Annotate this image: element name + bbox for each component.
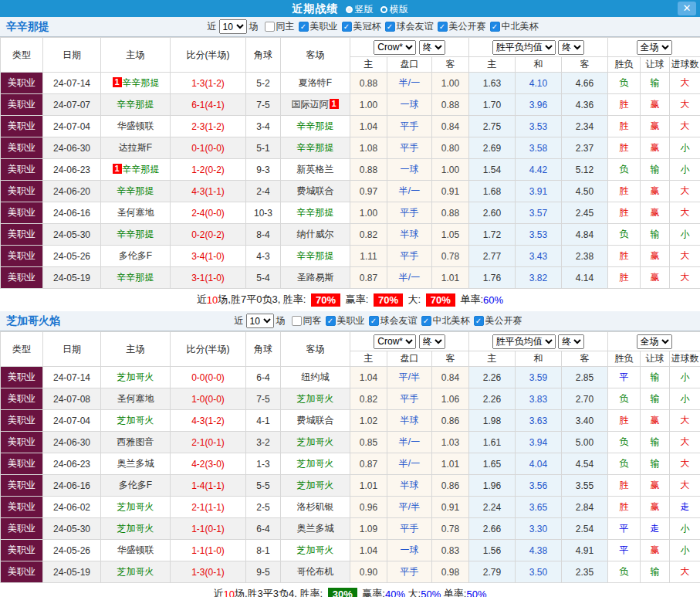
- odds-cell: 半球: [387, 224, 432, 246]
- checkbox-checked-icon[interactable]: ✓: [299, 22, 309, 32]
- league-checkbox[interactable]: ✓球会友谊: [385, 20, 434, 33]
- checkbox-checked-icon[interactable]: ✓: [421, 316, 431, 326]
- result-cell: 输: [641, 73, 670, 94]
- close-button[interactable]: ✕: [678, 2, 696, 15]
- team-name: 芝加哥火: [117, 415, 154, 426]
- section-header-bar: 辛辛那提 近 10 场 同主 ✓美职业✓美冠杯✓球会友谊✓美公开赛✓中北美杯: [0, 17, 700, 37]
- odds-cell: 1.01: [432, 453, 469, 475]
- team-name: 奥兰多城: [117, 458, 154, 469]
- result-cell: 输: [641, 561, 670, 583]
- league-checkbox[interactable]: ✓中北美杯: [421, 314, 470, 327]
- same-venue-label: 同主: [276, 20, 295, 33]
- match-row: 美职业24-06-23奥兰多城4-2(3-0)1-3芝加哥火0.87半/一1.0…: [1, 453, 700, 475]
- league-label: 美公开赛: [449, 20, 486, 33]
- view-option-horizontal[interactable]: 横版: [380, 4, 408, 15]
- odds-cell: 0.82: [350, 224, 387, 246]
- score-cell: 6-1(4-1): [171, 94, 246, 116]
- corner-cell: 8-1: [246, 540, 281, 561]
- team-name: 辛辛那提: [117, 99, 154, 110]
- league-checkbox[interactable]: ✓美公开赛: [474, 314, 522, 327]
- checkbox-checked-icon[interactable]: ✓: [342, 22, 352, 32]
- team-cell: 圣何塞地: [101, 202, 171, 224]
- match-count-select[interactable]: 10: [219, 19, 247, 34]
- avg-cell: 3.82: [516, 267, 562, 289]
- odds-cell: 0.78: [432, 246, 469, 267]
- avg-select[interactable]: 胜平负均值: [492, 40, 556, 55]
- team-cell: 西雅图音: [101, 432, 171, 453]
- league-label: 美冠杯: [353, 20, 381, 33]
- match-row: 美职业24-06-16圣何塞地2-4(0-0)10-3辛辛那提1.00平手0.8…: [1, 202, 700, 224]
- checkbox-unchecked-icon[interactable]: [265, 22, 275, 32]
- match-row: 美职业24-05-26华盛顿联1-1(1-0)8-1芝加哥火1.04一球0.83…: [1, 540, 700, 561]
- matches-table: 类型 日期 主场 比分(半场) 角球 客场 Crow* 终 胜平负均值 终 全场: [0, 37, 700, 289]
- avg-state-select[interactable]: 终: [558, 334, 584, 349]
- col-odds-away: 客: [432, 57, 469, 73]
- league-checkbox[interactable]: ✓球会友谊: [369, 314, 418, 327]
- radio-icon[interactable]: [380, 6, 387, 13]
- col-avg-draw: 和: [516, 57, 562, 73]
- team-name: 圣路易斯: [297, 272, 334, 283]
- bookmaker-select[interactable]: Crow*: [374, 334, 416, 349]
- league-checkbox[interactable]: ✓中北美杯: [490, 20, 539, 33]
- team-cell: 辛辛那提: [281, 116, 350, 137]
- odds-cell: 0.87: [350, 453, 387, 475]
- odds-cell: 0.80: [432, 137, 469, 159]
- odds-cell: 1.08: [350, 137, 387, 159]
- avg-cell: 2.24: [469, 497, 516, 518]
- view-option-vertical[interactable]: 竖版: [346, 4, 374, 15]
- league-checkbox[interactable]: ✓美冠杯: [342, 20, 381, 33]
- radio-selected-icon[interactable]: [346, 6, 353, 13]
- checkbox-checked-icon[interactable]: ✓: [326, 316, 336, 326]
- league-cell: 美职业: [1, 540, 43, 561]
- matches-tbody: 美职业24-07-141辛辛那提1-3(1-2)5-2夏洛特F0.88半/一1.…: [1, 73, 700, 289]
- match-count-select[interactable]: 10: [246, 314, 274, 328]
- team-cell: 达拉斯F: [101, 137, 171, 159]
- score-cell: 0-0(0-0): [171, 367, 246, 388]
- team-cell: 奥兰多城: [281, 518, 350, 540]
- checkbox-checked-icon[interactable]: ✓: [474, 316, 484, 326]
- col-date: 日期: [43, 38, 101, 73]
- match-row: 美职业24-05-19辛辛那提3-1(1-0)5-4圣路易斯0.87半/一1.0…: [1, 267, 700, 289]
- checkbox-checked-icon[interactable]: ✓: [490, 22, 500, 32]
- checkbox-unchecked-icon[interactable]: [292, 316, 302, 326]
- league-label: 球会友谊: [380, 314, 418, 327]
- corner-cell: 8-4: [246, 224, 281, 246]
- odds-state-select[interactable]: 终: [419, 334, 445, 349]
- same-venue-checkbox[interactable]: 同客: [292, 314, 322, 327]
- result-cell: 走: [670, 497, 700, 518]
- checkbox-checked-icon[interactable]: ✓: [369, 316, 379, 326]
- col-corner: 角球: [246, 38, 281, 73]
- odds-cell: 半/一: [387, 181, 432, 202]
- fullmatch-select[interactable]: 全场: [637, 40, 672, 55]
- odds-cell: 0.85: [350, 432, 387, 453]
- league-checkbox[interactable]: ✓美职业: [326, 314, 365, 327]
- avg-cell: 3.59: [516, 367, 562, 388]
- col-avg-home: 主: [469, 57, 516, 73]
- odds-cell: 1.11: [350, 246, 387, 267]
- odds-cell: 半/一: [387, 432, 432, 453]
- same-venue-checkbox[interactable]: 同主: [265, 20, 295, 33]
- date-cell: 24-07-07: [43, 94, 101, 116]
- summary-line: 近10场,胜3平3负4, 胜率: 30% 赢率:40% 大:50% 单率:50%: [0, 583, 700, 597]
- odds-cell: 平手: [387, 518, 432, 540]
- summary-segment: 70%: [426, 293, 455, 307]
- date-cell: 24-06-02: [43, 497, 101, 518]
- result-cell: 赢: [641, 475, 670, 497]
- odds-state-select[interactable]: 终: [419, 40, 445, 55]
- league-checkbox[interactable]: ✓美职业: [299, 20, 338, 33]
- corner-cell: 3-4: [246, 116, 281, 137]
- avg-select[interactable]: 胜平负均值: [492, 334, 556, 349]
- league-checkbox[interactable]: ✓美公开赛: [438, 20, 486, 33]
- fullmatch-select[interactable]: 全场: [637, 334, 672, 349]
- avg-cell: 3.55: [562, 475, 608, 497]
- date-cell: 24-05-19: [43, 561, 101, 583]
- summary-segment: 赢率:: [360, 588, 385, 597]
- bookmaker-select[interactable]: Crow*: [374, 40, 416, 55]
- avg-state-select[interactable]: 终: [558, 40, 584, 55]
- checkbox-checked-icon[interactable]: ✓: [438, 22, 448, 32]
- summary-segment: 场,胜3平3负4, 胜率:: [235, 588, 326, 597]
- result-cell: 输: [641, 159, 670, 181]
- checkbox-checked-icon[interactable]: ✓: [385, 22, 395, 32]
- match-row: 美职业24-06-231辛辛那提1-2(0-2)9-3新英格兰0.88一球1.0…: [1, 159, 700, 181]
- avg-cell: 3.40: [562, 410, 608, 432]
